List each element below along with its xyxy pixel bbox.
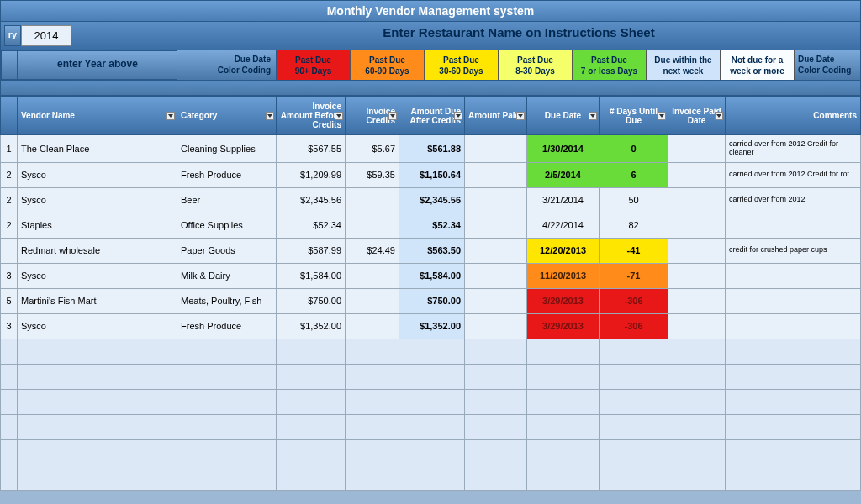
cell[interactable] [465,187,527,213]
cell-empty[interactable] [668,339,726,364]
cell-empty[interactable] [277,364,346,389]
cell[interactable]: 82 [600,213,668,238]
cell[interactable]: $59.35 [346,162,399,187]
filter-icon[interactable] [454,112,462,120]
cell-empty[interactable] [527,339,600,364]
cell-empty[interactable] [177,364,277,389]
cell-empty[interactable] [399,364,465,389]
cell-empty[interactable] [18,364,177,389]
cell[interactable]: 3 [1,263,18,288]
cell[interactable]: 2 [1,187,18,213]
cell-empty[interactable] [600,439,668,465]
cell-empty[interactable] [600,339,668,364]
filter-icon[interactable] [589,112,597,120]
cell[interactable] [668,135,726,163]
cell-empty[interactable] [346,465,399,490]
cell[interactable]: $2,345.56 [399,187,465,213]
cell-empty[interactable] [177,339,277,364]
cell[interactable]: Redmart wholesale [18,238,177,263]
cell[interactable]: credit for crushed paper cups [726,238,861,263]
cell-empty[interactable] [177,414,277,439]
cell-empty[interactable] [1,465,18,490]
cell[interactable] [465,263,527,288]
cell[interactable]: Meats, Poultry, Fish [177,288,277,313]
cell[interactable]: Martini's Fish Mart [18,288,177,313]
column-header-6[interactable]: Amount Paid [465,97,527,135]
cell-empty[interactable] [726,465,861,490]
cell[interactable] [668,288,726,313]
cell-empty[interactable] [527,364,600,389]
cell[interactable]: $5.67 [346,135,399,163]
cell[interactable]: 1/30/2014 [527,135,600,163]
column-header-7[interactable]: Due Date [527,97,600,135]
cell[interactable]: 2 [1,213,18,238]
cell-empty[interactable] [600,364,668,389]
table-row[interactable]: 2SyscoBeer$2,345.56$2,345.563/21/201450c… [1,187,861,213]
cell[interactable]: 11/20/2013 [527,263,600,288]
filter-icon[interactable] [335,112,343,120]
cell[interactable]: -71 [600,263,668,288]
cell-empty[interactable] [18,414,177,439]
cell[interactable]: 3/29/2013 [527,288,600,313]
cell[interactable] [726,263,861,288]
cell-empty[interactable] [726,389,861,414]
cell-empty[interactable] [1,414,18,439]
cell-empty[interactable] [465,465,527,490]
cell-empty[interactable] [346,364,399,389]
cell[interactable] [668,313,726,339]
cell-empty[interactable] [177,389,277,414]
table-row[interactable]: 5Martini's Fish MartMeats, Poultry, Fish… [1,288,861,313]
cell-empty[interactable] [668,439,726,465]
table-row-empty[interactable] [1,389,861,414]
cell-empty[interactable] [726,439,861,465]
table-row[interactable]: 2StaplesOffice Supplies$52.34$52.344/22/… [1,213,861,238]
cell-empty[interactable] [277,414,346,439]
cell-empty[interactable] [399,339,465,364]
cell[interactable] [726,213,861,238]
cell[interactable]: Fresh Produce [177,313,277,339]
cell[interactable]: 0 [600,135,668,163]
table-row[interactable]: 3SyscoFresh Produce$1,352.00$1,352.003/2… [1,313,861,339]
cell-empty[interactable] [346,414,399,439]
cell[interactable]: Staples [18,213,177,238]
cell-empty[interactable] [177,439,277,465]
cell-empty[interactable] [600,414,668,439]
table-row[interactable]: 1The Clean PlaceCleaning Supplies$567.55… [1,135,861,163]
column-header-4[interactable]: Invoice Credits [346,97,399,135]
year-input[interactable]: 2014 [21,25,71,46]
cell[interactable]: -306 [600,288,668,313]
cell[interactable]: carried over from 2012 Credit for cleane… [726,135,861,163]
cell[interactable]: -41 [600,238,668,263]
cell-empty[interactable] [399,439,465,465]
cell-empty[interactable] [600,389,668,414]
cell[interactable] [465,162,527,187]
cell[interactable] [668,213,726,238]
column-header-8[interactable]: # Days Until Due [600,97,668,135]
cell-empty[interactable] [668,389,726,414]
cell-empty[interactable] [399,389,465,414]
filter-icon[interactable] [658,112,666,120]
cell[interactable]: $1,150.64 [399,162,465,187]
cell[interactable] [1,238,18,263]
cell[interactable]: 2 [1,162,18,187]
table-row-empty[interactable] [1,339,861,364]
cell[interactable]: 2/5/2014 [527,162,600,187]
cell[interactable]: Fresh Produce [177,162,277,187]
cell[interactable]: Sysco [18,162,177,187]
cell[interactable]: The Clean Place [18,135,177,163]
cell[interactable]: Paper Goods [177,238,277,263]
cell[interactable]: $1,352.00 [399,313,465,339]
cell[interactable]: $1,352.00 [277,313,346,339]
cell-empty[interactable] [18,439,177,465]
cell[interactable]: 1 [1,135,18,163]
cell[interactable]: Sysco [18,313,177,339]
table-row[interactable]: 2SyscoFresh Produce$1,209.99$59.35$1,150… [1,162,861,187]
cell-empty[interactable] [346,439,399,465]
cell-empty[interactable] [1,364,18,389]
cell-empty[interactable] [726,414,861,439]
cell[interactable] [346,187,399,213]
cell-empty[interactable] [277,389,346,414]
cell-empty[interactable] [465,389,527,414]
table-row-empty[interactable] [1,414,861,439]
cell-empty[interactable] [527,414,600,439]
